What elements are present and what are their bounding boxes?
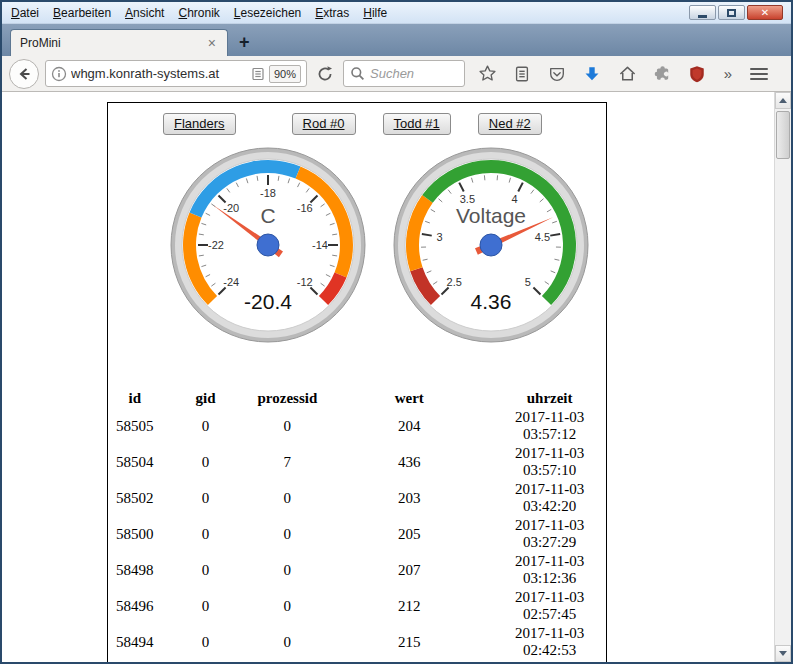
overflow-chevron-button[interactable]: »: [722, 64, 734, 84]
cell-wert: 212: [325, 588, 493, 624]
toolbar-icons: »: [477, 64, 769, 84]
extension-button[interactable]: [652, 64, 672, 84]
cell-uhrzeit: 2017-11-03 03:12:36: [493, 552, 606, 588]
menu-item[interactable]: Datei: [4, 4, 46, 22]
pocket-button[interactable]: [547, 64, 567, 84]
cell-gid: 0: [162, 624, 250, 660]
table-row: 58496 0 0 212 2017-11-03 02:57:45: [108, 588, 606, 624]
cell-prozessid: 0: [250, 552, 326, 588]
menu-item[interactable]: Ansicht: [118, 4, 171, 22]
table-row: 58504 0 7 436 2017-11-03 03:57:10: [108, 444, 606, 480]
menu-item[interactable]: Chronik: [171, 4, 226, 22]
reload-icon: [316, 65, 334, 83]
gauges-row: -24-22-20-18-16-14-12C-20.42.533.544.55V…: [170, 147, 606, 343]
hamburger-icon: [750, 68, 768, 80]
maximize-button[interactable]: [718, 5, 745, 20]
url-bar[interactable]: whgm.konrath-systems.at 90%: [45, 60, 307, 87]
cell-gid: 0: [162, 480, 250, 516]
cell-uhrzeit: 2017-11-03 02:28:01: [493, 660, 606, 662]
nav-toolbar: whgm.konrath-systems.at 90% Suchen: [2, 56, 791, 92]
profile-button[interactable]: Flanders: [163, 113, 236, 135]
back-arrow-icon: [16, 66, 32, 82]
ublock-button[interactable]: [687, 64, 707, 84]
table-row: 58500 0 0 205 2017-11-03 03:27:29: [108, 516, 606, 552]
cell-id: 58498: [108, 552, 162, 588]
cell-gid: 0: [162, 552, 250, 588]
zoom-indicator[interactable]: 90%: [269, 65, 301, 83]
scroll-up-button[interactable]: [775, 92, 791, 109]
url-text[interactable]: whgm.konrath-systems.at: [71, 66, 247, 81]
cell-prozessid: 0: [250, 660, 326, 662]
scrollbar-thumb[interactable]: [776, 111, 790, 159]
pocket-icon: [548, 65, 566, 83]
tab-promini[interactable]: ProMini ×: [10, 29, 228, 56]
new-tab-button[interactable]: +: [228, 32, 261, 53]
bookmarks-list-icon: [513, 65, 531, 83]
scrollbar[interactable]: [774, 92, 791, 662]
table-header: prozessid: [250, 389, 326, 408]
table-row: 58505 0 0 204 2017-11-03 03:57:12: [108, 408, 606, 444]
bookmark-star-button[interactable]: [477, 64, 497, 84]
gauge-c: -24-22-20-18-16-14-12C-20.4: [170, 147, 366, 343]
download-arrow-icon: [583, 65, 601, 83]
svg-text:4: 4: [512, 193, 518, 205]
scrollbar-track[interactable]: [775, 109, 791, 645]
home-button[interactable]: [617, 64, 637, 84]
menu-button[interactable]: [749, 64, 769, 84]
minimize-button[interactable]: [689, 5, 716, 20]
cell-id: 58500: [108, 516, 162, 552]
svg-text:-18: -18: [260, 187, 276, 199]
back-button[interactable]: [9, 59, 39, 89]
table-header: gid: [162, 389, 250, 408]
bookmarks-menu-button[interactable]: [512, 64, 532, 84]
close-button[interactable]: ✕: [747, 5, 783, 20]
gauge-voltage: 2.533.544.55Voltage4.36: [393, 147, 589, 343]
cell-id: 58505: [108, 408, 162, 444]
svg-text:-16: -16: [297, 202, 313, 214]
scroll-down-button[interactable]: [775, 645, 791, 662]
tab-close-icon[interactable]: ×: [206, 36, 218, 50]
menubar: DateiBearbeitenAnsichtChronikLesezeichen…: [4, 6, 394, 20]
cell-id: 58496: [108, 588, 162, 624]
tab-title: ProMini: [20, 36, 206, 50]
cell-wert: 436: [325, 444, 493, 480]
svg-text:3.5: 3.5: [460, 193, 475, 205]
table-row: 58494 0 0 215 2017-11-03 02:42:53: [108, 624, 606, 660]
downloads-button[interactable]: [582, 64, 602, 84]
search-icon: [350, 66, 365, 81]
svg-text:4.36: 4.36: [471, 290, 512, 313]
menu-item[interactable]: Hilfe: [356, 4, 394, 22]
table-header: uhrzeit: [493, 389, 606, 408]
svg-text:2.5: 2.5: [447, 276, 462, 288]
cell-wert: 207: [325, 552, 493, 588]
cell-id: 58502: [108, 480, 162, 516]
maximize-icon: [727, 9, 736, 17]
menu-item[interactable]: Extras: [308, 4, 356, 22]
profile-button[interactable]: Rod #0: [292, 113, 356, 135]
minimize-icon: [698, 15, 707, 18]
cell-wert: 208: [325, 660, 493, 662]
cell-prozessid: 0: [250, 480, 326, 516]
cell-uhrzeit: 2017-11-03 02:42:53: [493, 624, 606, 660]
extension-puzzle-icon: [653, 65, 671, 83]
svg-text:-12: -12: [297, 276, 313, 288]
cell-wert: 215: [325, 624, 493, 660]
cell-prozessid: 0: [250, 516, 326, 552]
content-panel: FlandersRod #0Todd #1Ned #2 -24-22-20-18…: [107, 102, 607, 662]
svg-text:-24: -24: [223, 276, 239, 288]
cell-gid: 0: [162, 408, 250, 444]
svg-text:4.5: 4.5: [535, 231, 550, 243]
info-icon[interactable]: [51, 66, 67, 82]
reload-button[interactable]: [312, 61, 338, 87]
reader-mode-icon[interactable]: [251, 67, 265, 81]
table-header-row: idgidprozessidwertuhrzeit: [108, 389, 606, 408]
data-table: idgidprozessidwertuhrzeit 58505 0 0 204 …: [108, 389, 606, 662]
table-header: wert: [325, 389, 493, 408]
menu-item[interactable]: Lesezeichen: [227, 4, 308, 22]
content-area: FlandersRod #0Todd #1Ned #2 -24-22-20-18…: [2, 92, 791, 662]
menu-item[interactable]: Bearbeiten: [46, 4, 118, 22]
profile-button[interactable]: Todd #1: [383, 113, 451, 135]
profile-button[interactable]: Ned #2: [478, 113, 542, 135]
page-content: FlandersRod #0Todd #1Ned #2 -24-22-20-18…: [2, 92, 774, 662]
search-bar[interactable]: Suchen: [343, 60, 465, 87]
